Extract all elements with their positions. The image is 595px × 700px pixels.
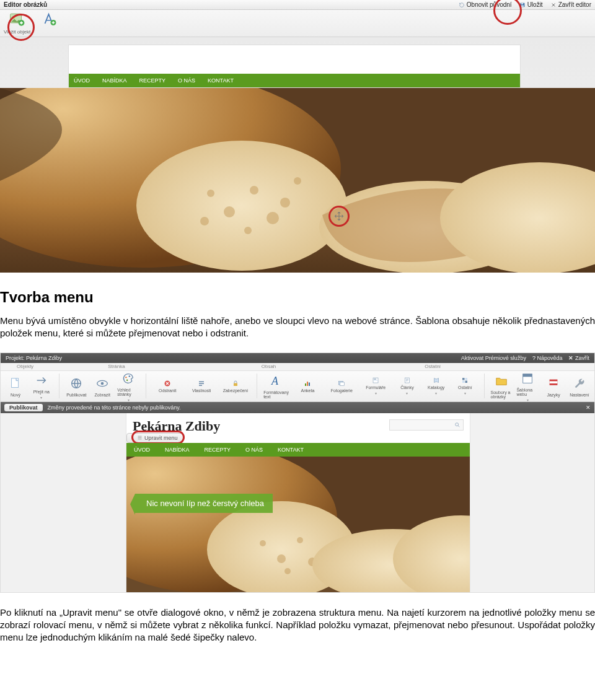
tool-appearance[interactable]: Vzhled stránky▾ xyxy=(117,371,139,402)
tool-publish[interactable]: Publikovat xyxy=(65,375,87,397)
close-app-button[interactable]: ✕ Zavřít xyxy=(568,355,589,361)
svg-rect-32 xyxy=(234,383,237,386)
save-button[interactable]: Uložit xyxy=(519,1,543,8)
tool-template[interactable]: Šablona webu▾ xyxy=(516,371,539,402)
nav-item[interactable]: O NÁS xyxy=(245,447,263,453)
tool-new[interactable]: Nový xyxy=(4,375,27,397)
highlight-ring-insert xyxy=(7,14,35,41)
eye-icon xyxy=(95,377,109,390)
publish-button[interactable]: Publikovat xyxy=(4,404,43,411)
tool-props[interactable]: Vlastnosti xyxy=(187,380,217,393)
hero-image: Nic nevoní líp než čerstvý chleba xyxy=(126,457,470,593)
svg-point-57 xyxy=(277,554,286,563)
svg-point-27 xyxy=(129,375,130,377)
gallery-icon xyxy=(338,380,345,387)
svg-text:A: A xyxy=(271,375,279,387)
nav-item[interactable]: O NÁS xyxy=(178,77,195,84)
svg-point-10 xyxy=(136,141,347,271)
section-paragraph: Po kliknutí na „Upravit menu" se otvře d… xyxy=(0,606,595,644)
hero-image xyxy=(0,88,595,273)
page-icon xyxy=(9,377,22,390)
delete-icon xyxy=(164,380,171,387)
svg-rect-41 xyxy=(374,380,377,381)
nav-item[interactable]: NABÍDKA xyxy=(165,447,190,453)
editor-canvas: ÚVOD NABÍDKA RECEPTY O NÁS KONTAKT xyxy=(0,37,595,273)
tool-goto[interactable]: Přejít na▾ xyxy=(30,372,53,400)
ribbon-group-labels: Objekty Stránka Obsah Ostatní xyxy=(1,363,594,371)
tool-articles[interactable]: Články▾ xyxy=(395,377,420,395)
nav-item[interactable]: KONTAKT xyxy=(278,447,304,453)
close-icon xyxy=(550,2,557,8)
flag-icon xyxy=(547,377,560,390)
help-link[interactable]: ? Nápověda xyxy=(532,355,563,361)
project-label: Projekt: Pekárna Zdiby xyxy=(6,355,62,361)
nav-item[interactable]: KONTAKT xyxy=(208,77,234,84)
svg-rect-40 xyxy=(374,379,376,380)
nav-item[interactable]: RECEPTY xyxy=(139,77,166,84)
publish-message: Změny provedené na této stránce nebyly p… xyxy=(48,405,181,411)
svg-rect-44 xyxy=(465,378,468,380)
tool-delete[interactable]: Odstranit xyxy=(152,380,183,393)
svg-rect-42 xyxy=(405,378,409,383)
svg-point-11 xyxy=(207,190,214,197)
svg-point-51 xyxy=(456,422,459,426)
svg-rect-45 xyxy=(462,381,465,383)
premium-link[interactable]: Aktivovat Prémiové služby xyxy=(461,355,526,361)
svg-rect-38 xyxy=(340,382,345,386)
tool-richtext[interactable]: AFormátovaný text xyxy=(263,373,289,399)
site-preview: Pekárna Zdiby Upravit menu ÚVOD NABÍDKA … xyxy=(126,413,470,593)
svg-rect-46 xyxy=(465,381,468,383)
section-paragraph: Menu bývá umístěno obvykle v horizontáln… xyxy=(0,315,595,340)
highlight-ring-edit-menu xyxy=(131,431,185,444)
article-icon xyxy=(403,377,411,384)
nav-item[interactable]: ÚVOD xyxy=(134,447,150,453)
tool-files[interactable]: Soubory a obrázky xyxy=(491,373,513,399)
insert-text-tool[interactable] xyxy=(42,12,58,28)
svg-rect-30 xyxy=(199,383,204,384)
svg-rect-50 xyxy=(550,381,558,383)
tool-gallery[interactable]: Fotogalerie xyxy=(327,380,357,393)
tool-lang[interactable]: Jazyky xyxy=(542,375,565,397)
svg-point-12 xyxy=(224,206,235,217)
svg-point-60 xyxy=(284,568,291,574)
tool-security[interactable]: Zabezpečení xyxy=(220,380,250,393)
svg-rect-36 xyxy=(309,382,310,386)
arrow-icon xyxy=(35,374,48,387)
page-header-preview: ÚVOD NABÍDKA RECEPTY O NÁS KONTAKT xyxy=(68,45,521,88)
template-icon xyxy=(521,372,534,385)
tool-settings[interactable]: Nastavení xyxy=(568,375,591,397)
richtext-icon: A xyxy=(269,374,284,388)
screenshot-editor: Editor obrázků Obnovit původní Uložit Za… xyxy=(0,0,595,273)
svg-point-17 xyxy=(200,217,209,225)
nav-item[interactable]: ÚVOD xyxy=(74,77,90,84)
svg-rect-35 xyxy=(307,382,308,386)
form-icon xyxy=(372,377,379,384)
tool-forms[interactable]: Formuláře▾ xyxy=(361,377,391,395)
move-icon[interactable] xyxy=(333,211,345,222)
close-editor-button[interactable]: Zavřít editor xyxy=(550,1,591,8)
nav-item[interactable]: RECEPTY xyxy=(205,447,231,453)
search-input[interactable] xyxy=(389,419,464,431)
doc-section-1: Tvorba menu Menu bývá umístěno obvykle v… xyxy=(0,273,595,349)
svg-point-13 xyxy=(250,186,258,195)
tool-poll[interactable]: Anketa xyxy=(293,380,323,393)
undo-icon xyxy=(459,2,465,8)
svg-rect-1 xyxy=(521,3,523,4)
highlight-ring-move-handle xyxy=(328,206,350,227)
cms-ribbon: Nový Přejít na▾ Publikovat Zobrazit Vzhl… xyxy=(1,371,594,402)
text-plus-icon xyxy=(42,12,57,27)
svg-point-26 xyxy=(126,379,128,380)
hero-tagline: Nic nevoní líp než čerstvý chleba xyxy=(135,494,273,513)
svg-point-15 xyxy=(244,227,252,234)
tool-catalogs[interactable]: Katalogy▾ xyxy=(423,377,449,395)
tool-view[interactable]: Zobrazit xyxy=(91,375,113,397)
tool-other[interactable]: Ostatní▾ xyxy=(452,377,478,395)
publish-bar-close[interactable]: ✕ xyxy=(586,405,591,411)
svg-rect-29 xyxy=(199,381,204,382)
nav-item[interactable]: NABÍDKA xyxy=(102,77,127,84)
app-topbar: Projekt: Pekárna Zdiby Aktivovat Prémiov… xyxy=(1,353,594,363)
doc-section-2: Po kliknutí na „Upravit menu" se otvře d… xyxy=(0,593,595,644)
svg-point-14 xyxy=(267,212,279,224)
palette-icon xyxy=(121,372,135,385)
search-icon xyxy=(454,422,461,428)
